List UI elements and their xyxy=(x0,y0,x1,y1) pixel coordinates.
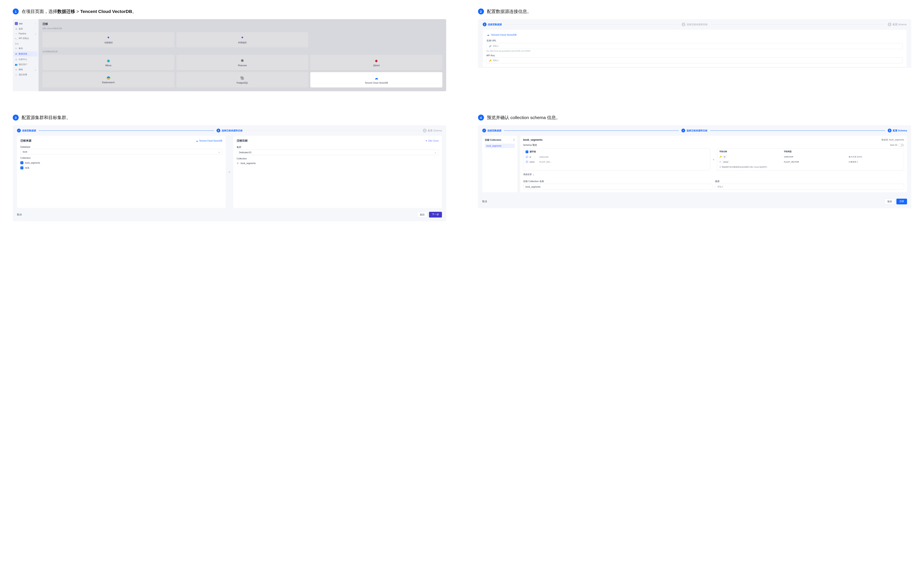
advanced-settings-toggle[interactable]: 高级设置⌄ xyxy=(523,173,904,176)
sidebar-item-label: API 控制台 xyxy=(19,37,29,40)
checkbox-all-icon[interactable]: ✓ xyxy=(526,150,528,153)
field-name-input[interactable]: id xyxy=(722,155,727,158)
datasource-label: 数据源: book_segments xyxy=(882,138,904,141)
zilliz-icon: ✦ xyxy=(425,139,427,142)
stepper-dot-3: 3 xyxy=(888,22,891,26)
cancel-button[interactable]: 取消 xyxy=(17,213,22,216)
transfer-arrow-icon: » xyxy=(229,170,230,174)
sidebar-item-tasks[interactable]: ☰任务中心 xyxy=(13,57,38,62)
api-key-label: API Key xyxy=(487,54,903,57)
instance-url-input[interactable]: 🔗请输入 xyxy=(487,43,903,49)
alerts-icon: ⎕ xyxy=(15,74,17,76)
project-menu-icon[interactable]: ⋮ xyxy=(34,22,36,25)
checkbox-icon: ✓ xyxy=(20,161,23,164)
field-name: id xyxy=(529,156,538,158)
step-header: 3 配置源集群和目标集群。 xyxy=(13,114,446,121)
tile-pinecone[interactable]: ❋Pinecone xyxy=(176,55,308,70)
api-icon: ≻_ xyxy=(15,38,17,40)
step-3: 3 配置源集群和目标集群。 ✓连接至数据源 2选择迁移来源和目标 3配置 Sch… xyxy=(13,114,446,221)
tile-label: Milvus xyxy=(105,64,111,67)
collection-name: book_segments xyxy=(523,138,543,141)
auto-id-toggle[interactable] xyxy=(899,144,904,147)
cloud-icon: ☁ xyxy=(196,139,198,142)
back-button[interactable]: 返回 xyxy=(417,212,427,218)
select-all-checkbox[interactable]: ✓全选 xyxy=(20,166,222,169)
instance-url-label: 实例 URL xyxy=(487,39,903,42)
tile-label: 外部组织 xyxy=(238,41,247,44)
sidebar-item-pipeline[interactable]: ⊸Pipeline⌄ xyxy=(13,31,38,36)
checkbox-icon: ✓ xyxy=(526,155,528,158)
stepper-dot-2: 2 xyxy=(216,128,220,132)
description-label: 描述 xyxy=(715,180,904,183)
tile-current-org[interactable]: ✦当前组织 xyxy=(42,32,174,47)
cluster-label: 集群 xyxy=(236,146,439,149)
sidebar-item-network[interactable]: ↯网络⌄ xyxy=(13,67,38,72)
cluster-select[interactable]: Dedicated-01⌄ xyxy=(236,150,439,155)
input-placeholder: 请输入 xyxy=(493,59,499,62)
select-all-label: 全选 xyxy=(25,166,29,169)
stepper-label-2: 选择迁移来源和目标 xyxy=(687,23,708,26)
tile-elasticsearch[interactable]: Elasticsearch xyxy=(42,72,174,88)
api-key-input[interactable]: 🔑请输入 xyxy=(487,58,903,63)
sidebar-item-backup[interactable]: ⎘备份 xyxy=(13,46,38,51)
tile-label: Pinecone xyxy=(238,64,247,67)
source-heading: 迁移来源 ☁Tencent Cloud VectorDB xyxy=(20,139,222,142)
step-title-bold-1: 数据迁移 xyxy=(57,9,75,14)
key-icon: 🔑 xyxy=(489,59,492,62)
users-icon: 👥 xyxy=(15,63,17,66)
sidebar-item-alerts[interactable]: ⎕项目告警 xyxy=(13,72,38,77)
sidebar-item-migration[interactable]: ⇄数据迁移 xyxy=(14,52,38,56)
select-value: Dedicated-01 xyxy=(239,151,252,153)
tile-postgresql[interactable]: 🐘PostgreSQL xyxy=(176,72,308,88)
step-4: 4 预览并确认 collection schema 信息。 ✓连接至数据源 ✓选… xyxy=(478,114,911,221)
collection-checkbox-item[interactable]: ✓book_segments xyxy=(20,161,222,164)
collection-list-item[interactable]: book_segments xyxy=(485,144,515,148)
tile-qdrant[interactable]: ◆Qdrant xyxy=(310,55,442,70)
wizard-footer: 取消 返回 下一步 xyxy=(17,212,442,218)
stepper-label-2: 选择迁移来源和目标 xyxy=(222,129,243,132)
pipeline-icon: ⊸ xyxy=(15,33,17,35)
cancel-button[interactable]: 取消 xyxy=(482,200,487,203)
step-title-pre: 在项目页面，选择 xyxy=(22,9,57,14)
migration-source-card: 迁移来源 ☁Tencent Cloud VectorDB Database bo… xyxy=(17,136,226,208)
tile-tencent-vectordb[interactable]: ☁Tencent Cloud VectorDB xyxy=(310,72,442,88)
stepper-label-1: 连接至数据源 xyxy=(22,129,36,132)
sidebar-item-cluster[interactable]: ❖集群 xyxy=(13,26,38,31)
spark-icon: ✦ xyxy=(241,35,244,40)
chevron-down-icon: ⌄ xyxy=(434,151,436,153)
step1-panel: ▢ test ⋮ ❖集群 ⊸Pipeline⌄ ≻_API 控制台 管理 ⎘备份… xyxy=(13,19,446,91)
source-field-row[interactable]: ✓vectorFLOAT_VEC... xyxy=(526,160,708,164)
step-number-badge: 4 xyxy=(478,114,484,121)
next-button[interactable]: 下一步 xyxy=(429,212,442,218)
sidebar-item-api[interactable]: ≻_API 控制台 xyxy=(13,36,38,41)
stepper-label-1: 连接至数据源 xyxy=(488,23,502,26)
stepper-label-3: 配置 Schema xyxy=(428,129,442,132)
back-button[interactable]: 返回 xyxy=(885,199,895,204)
step-1: 1 在项目页面，选择数据迁移 > Tencent Cloud VectorDB。… xyxy=(13,8,446,91)
backup-icon: ⎘ xyxy=(15,47,17,50)
tile-milvus[interactable]: ◉Milvus xyxy=(42,55,174,70)
collection-label: Collection xyxy=(236,157,439,160)
database-select[interactable]: book⌄ xyxy=(20,149,222,155)
checkbox-icon: ✓ xyxy=(526,160,528,163)
wizard-stepper: ✓连接至数据源 ✓选择迁移来源和目标 3配置 Schema xyxy=(482,128,907,132)
chevron-down-icon: ⌄ xyxy=(34,33,36,35)
schema-preview-row: Schema 预览 Auto ID xyxy=(523,144,904,147)
step-2: 2 配置数据源连接信息。 1连接至数据源 2选择迁移来源和目标 3配置 Sche… xyxy=(478,8,911,91)
schema-header: book_segments 数据源: book_segments xyxy=(523,138,904,141)
tasks-icon: ☰ xyxy=(15,58,17,61)
sidebar-item-users[interactable]: 👥项目用户 xyxy=(13,62,38,67)
target-collection-name-input[interactable]: book_segments xyxy=(523,184,713,190)
step-title-bold-2: Tencent Cloud VectorDB xyxy=(80,9,132,14)
field-name-input[interactable]: vector xyxy=(722,160,730,164)
target-collections-heading: 目标 Collection1 xyxy=(485,138,515,142)
source-field-row[interactable]: ✓idVARCHAR xyxy=(526,155,708,160)
file-icon: 🗎 xyxy=(236,162,239,164)
tile-external-org[interactable]: ✦外部组织 xyxy=(176,32,308,47)
migrate-button[interactable]: 迁移 xyxy=(896,199,907,204)
step-number-badge: 1 xyxy=(13,8,19,14)
project-selector[interactable]: ▢ test ⋮ xyxy=(13,21,38,26)
schema-preview-label: Schema 预览 xyxy=(523,144,537,147)
description-input[interactable]: 请输入 xyxy=(715,184,904,190)
step-title-post: 。 xyxy=(132,9,137,14)
